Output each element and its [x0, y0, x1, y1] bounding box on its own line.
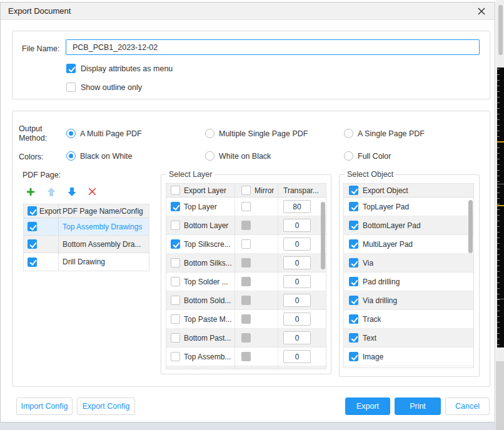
export-checkbox[interactable]: [28, 239, 37, 249]
layer-transparency-cell: [278, 294, 326, 307]
pdf-page-move-up-button[interactable]: [46, 186, 56, 197]
layer-export-cell: Top Layer: [166, 198, 235, 216]
radio-option[interactable]: White on Black: [205, 151, 271, 161]
transparency-input[interactable]: [283, 200, 311, 213]
arrow-up-icon: [46, 187, 56, 197]
pdf-page-table-header: Export PDF Page Name/Config: [24, 204, 149, 218]
export-button[interactable]: Export: [345, 398, 390, 415]
layer-export-checkbox[interactable]: [171, 314, 180, 324]
file-name-input[interactable]: [66, 39, 480, 55]
layer-table-header: Export Layer Mirror Transpar...: [166, 184, 326, 198]
object-checkbox[interactable]: [349, 314, 358, 324]
scrollbar-thumb[interactable]: [321, 202, 325, 269]
transparency-input[interactable]: [283, 256, 311, 269]
export-checkbox[interactable]: [28, 222, 37, 231]
object-name: Image: [363, 352, 383, 361]
layer-header-mirror-cell: Mirror: [235, 184, 278, 197]
object-checkbox[interactable]: [349, 239, 358, 249]
object-cell: Track: [344, 314, 381, 324]
layer-export-checkbox[interactable]: [171, 352, 180, 361]
scrollbar-thumb[interactable]: [498, 5, 503, 55]
option-checkbox[interactable]: [66, 82, 76, 92]
layer-export-checkbox[interactable]: [171, 239, 180, 249]
radio-option[interactable]: A Single Page PDF: [344, 129, 425, 138]
pdf-page-name: Drill Drawing: [59, 258, 105, 266]
radio-option[interactable]: Multiple Single Page PDF: [205, 129, 308, 138]
transparency-input[interactable]: [283, 238, 311, 251]
transparency-input[interactable]: [283, 219, 311, 232]
object-row: Image: [344, 348, 473, 366]
close-button[interactable]: [476, 6, 487, 17]
delete-icon: [88, 187, 97, 196]
scrollbar-thumb[interactable]: [468, 200, 473, 253]
transparency-input[interactable]: [283, 294, 311, 307]
pdf-page-delete-button[interactable]: [87, 186, 98, 197]
pdf-page-add-button[interactable]: [25, 186, 36, 197]
print-button[interactable]: Print: [395, 398, 441, 415]
mirror-checkbox[interactable]: [241, 239, 251, 249]
layer-transparency-cell: [278, 369, 326, 369]
layer-header-mirror-checkbox[interactable]: [241, 186, 251, 195]
layer-export-cell: Bottom Sold...: [166, 291, 235, 309]
layer-row: Bottom Layer: [166, 216, 326, 235]
export-config-button[interactable]: Export Config: [77, 398, 135, 415]
object-checkbox[interactable]: [349, 202, 358, 211]
mirror-checkbox: [241, 333, 251, 342]
layer-header-export-checkbox[interactable]: [171, 186, 180, 195]
layer-export-checkbox[interactable]: [171, 277, 180, 286]
radio-option[interactable]: Black on White: [66, 151, 132, 161]
radio-icon: [205, 129, 214, 138]
layer-export-checkbox[interactable]: [171, 333, 180, 342]
layer-export-checkbox[interactable]: [171, 202, 180, 211]
mirror-checkbox[interactable]: [241, 202, 251, 211]
radio-option[interactable]: A Multi Page PDF: [66, 129, 142, 138]
object-header-label: Export Object: [363, 186, 408, 195]
transparency-input[interactable]: [283, 350, 311, 363]
object-checkbox[interactable]: [349, 221, 358, 230]
layer-export-checkbox[interactable]: [171, 258, 180, 268]
cancel-button[interactable]: Cancel: [445, 398, 490, 415]
mirror-checkbox: [241, 352, 251, 361]
radio-option[interactable]: Full Color: [344, 151, 391, 161]
layer-row: Top Assemb...: [166, 348, 326, 366]
export-checkbox[interactable]: [28, 258, 37, 267]
pdf-page-name: Top Assembly Drawings: [59, 222, 142, 231]
object-checkbox[interactable]: [349, 258, 358, 268]
pdf-header-export-checkbox[interactable]: [28, 206, 37, 216]
file-name-section: File Name: Display attributes as menuSho…: [12, 31, 490, 99]
pdf-page-move-down-button[interactable]: [66, 186, 77, 197]
pdf-page-row[interactable]: Drill Drawing: [24, 253, 149, 271]
object-checkbox[interactable]: [349, 333, 358, 342]
transparency-input[interactable]: [283, 312, 311, 326]
layer-export-checkbox[interactable]: [171, 296, 180, 305]
layer-table: Export Layer Mirror Transpar... Top Laye…: [166, 183, 326, 369]
layer-mirror-cell: [235, 254, 278, 272]
object-row: MultiLayer Pad: [344, 235, 473, 254]
file-option[interactable]: Show outline only: [66, 82, 142, 92]
scrollbar-thumb[interactable]: [496, 361, 504, 430]
object-checkbox[interactable]: [349, 277, 358, 286]
layer-header-export-label: Export Layer: [184, 186, 226, 195]
layer-export-checkbox[interactable]: [171, 221, 180, 230]
transparency-input[interactable]: [283, 369, 311, 369]
object-checkbox[interactable]: [349, 296, 358, 305]
object-checkbox[interactable]: [349, 352, 358, 361]
pdf-page-label: PDF Page:: [23, 171, 61, 180]
file-option[interactable]: Display attributes as menu: [66, 64, 173, 73]
option-checkbox[interactable]: [66, 64, 76, 73]
object-header-checkbox[interactable]: [349, 186, 358, 195]
layer-name: Bottom Silks...: [184, 259, 232, 268]
transparency-input[interactable]: [283, 275, 311, 288]
layer-export-cell: Bottom Past...: [166, 329, 235, 347]
layer-header-export-cell: Export Layer: [166, 184, 235, 197]
pdf-page-row[interactable]: Bottom Assembly Dra...: [24, 236, 149, 253]
transparency-input[interactable]: [283, 331, 311, 344]
radio-label: A Single Page PDF: [358, 129, 425, 138]
ruler-gray-line: [497, 184, 504, 184]
radio-label: Full Color: [358, 152, 391, 161]
layer-row: Bottom Past...: [166, 329, 326, 348]
object-row: Via drilling: [344, 291, 473, 310]
import-config-button[interactable]: Import Config: [16, 398, 73, 415]
pdf-page-row[interactable]: Top Assembly Drawings: [24, 218, 149, 236]
background-app-edge: [496, 0, 504, 430]
